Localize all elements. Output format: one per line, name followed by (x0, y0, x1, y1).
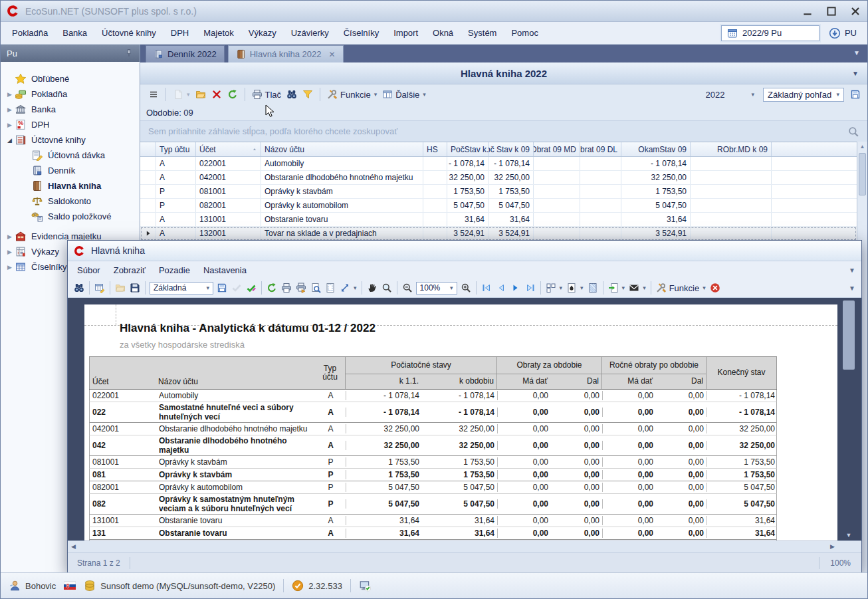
open-record-button[interactable] (193, 87, 209, 102)
preview-hand-tool-button[interactable] (365, 281, 380, 295)
menu-uzavierky[interactable]: Uzávierky (284, 23, 336, 43)
table-row[interactable]: A132001Tovar na sklade a v predajniach3 … (140, 227, 857, 241)
pin-icon[interactable] (124, 49, 134, 58)
search-button[interactable] (284, 87, 300, 102)
scroll-left-icon[interactable]: ◀ (71, 543, 76, 550)
preview-apply-gray-button[interactable] (229, 281, 244, 295)
pu-button[interactable]: PU (829, 27, 857, 39)
column-header-obrat_md[interactable]: Obrat 09 MD (534, 142, 580, 156)
sidebar-item-saldo-polozkove[interactable]: Saldo položkové (1, 209, 140, 224)
preview-menu-zobrazit[interactable]: Zobraziť (107, 263, 152, 278)
preview-close-button[interactable] (708, 281, 722, 295)
toolbar-overflow-chevron-icon[interactable]: ▼ (849, 285, 855, 292)
scroll-right-icon[interactable]: ▶ (830, 543, 835, 550)
view-combo[interactable]: Základný pohľad ▾ (763, 88, 844, 102)
save-view-icon[interactable] (850, 89, 861, 100)
preview-multipage-button[interactable]: ▾ (544, 281, 565, 295)
maximize-button[interactable] (825, 5, 838, 18)
preview-next-page-button[interactable] (508, 281, 523, 295)
preview-apply-button[interactable] (244, 281, 259, 295)
preview-prev-page-button[interactable] (494, 281, 508, 295)
preview-menu-pozadie[interactable]: Pozadie (152, 263, 197, 278)
table-row[interactable]: P082001Oprávky k automobilom5 047,505 04… (140, 199, 857, 213)
sidebar-item-dennik[interactable]: Denník (1, 163, 140, 178)
scroll-up-icon[interactable]: ▲ (857, 142, 867, 152)
preview-zoom-combo[interactable]: 100%▾ (416, 282, 457, 295)
expand-arrow-icon[interactable]: ▶ (5, 106, 15, 113)
sidebar-item-uctovne-knihy[interactable]: ◢Účtovné knihy (1, 132, 140, 148)
preview-vertical-scrollbar[interactable]: ▼ (841, 298, 856, 540)
sidebar-item-uctovna-davka[interactable]: Účtovná dávka (1, 148, 140, 163)
refresh-button[interactable] (225, 87, 241, 102)
preview-menu-nastavenia[interactable]: Nastavenia (197, 263, 253, 278)
preview-refresh-button[interactable] (265, 281, 279, 295)
column-header-pocstav[interactable]: PočStav k... (447, 142, 488, 156)
preview-watermark-button[interactable] (586, 281, 600, 295)
preview-page-preview-button[interactable] (308, 281, 323, 295)
table-row[interactable]: P081001Oprávky k stavbám1 753,501 753,50… (140, 185, 857, 199)
preview-export-button[interactable]: ▾ (606, 281, 627, 295)
menu-ciselniky[interactable]: Číselníky (336, 23, 386, 43)
expand-arrow-icon[interactable]: ▶ (5, 264, 15, 271)
table-row[interactable]: A042001Obstaranie dlhodobého hnotného ma… (140, 171, 857, 185)
menu-system[interactable]: Systém (461, 23, 504, 43)
expand-arrow-icon[interactable]: ▶ (5, 249, 15, 255)
sidebar-item-pokladna[interactable]: ▶Pokladňa (1, 86, 140, 102)
preview-zoom-in-button[interactable] (459, 281, 473, 295)
scroll-thumb[interactable] (859, 153, 866, 195)
tab-dennik-2022[interactable]: Denník 2022 (146, 45, 225, 62)
preview-first-page-button[interactable] (479, 281, 494, 295)
more-button[interactable]: Ďalšie▾ (380, 87, 429, 102)
menu-vykazy[interactable]: Výkazy (241, 23, 284, 43)
preview-search-button[interactable] (72, 281, 86, 295)
period-selector[interactable]: 2022/9 Pu (721, 25, 819, 41)
preview-quick-print-button[interactable] (294, 281, 308, 295)
menu-majetok[interactable]: Majetok (196, 23, 241, 43)
preview-page-setup-button[interactable] (323, 281, 338, 295)
preview-zoom-out-button[interactable] (400, 281, 415, 295)
column-header-robr[interactable]: RObr.MD k 09 (691, 142, 772, 156)
menu-overflow-chevron-icon[interactable]: ▼ (849, 267, 855, 274)
menu-banka[interactable]: Banka (55, 23, 94, 43)
expand-arrow-icon[interactable]: ◢ (5, 137, 15, 144)
preview-open-button[interactable] (113, 281, 128, 295)
expand-arrow-icon[interactable]: ▶ (5, 122, 15, 128)
menu-import[interactable]: Import (386, 23, 425, 43)
column-header-typ[interactable]: Typ účtu (156, 142, 196, 156)
preview-magnifier-button[interactable] (380, 281, 394, 295)
preview-view-combo[interactable]: Základná▾ (150, 282, 213, 295)
preview-horizontal-scrollbar[interactable]: ◀ ▶ (68, 540, 861, 552)
scroll-thumb[interactable] (843, 300, 855, 370)
column-header-nazov[interactable]: Názov účtu (261, 142, 423, 156)
filter-button[interactable] (300, 87, 316, 102)
menu-uctovne-knihy[interactable]: Účtovné knihy (94, 23, 163, 43)
search-icon[interactable] (847, 126, 859, 138)
column-header-poc09[interactable]: Poč Stav k 09 (488, 142, 534, 156)
delete-record-button[interactable] (209, 87, 225, 102)
tab-close-icon[interactable]: ✕ (328, 50, 335, 59)
column-header-hs[interactable]: HS (423, 142, 447, 156)
functions-button[interactable]: Funkcie▾ (324, 87, 380, 102)
minimize-button[interactable] (801, 5, 814, 18)
menu-okna[interactable]: Okná (425, 23, 461, 43)
sidebar-item-hlavna-kniha[interactable]: Hlavná kniha (1, 178, 140, 193)
panel-menu-button[interactable] (146, 87, 162, 102)
panel-chevron-icon[interactable]: ▼ (852, 70, 859, 77)
table-row[interactable]: A131001Obstaranie tovaru31,6431,6431,64 (140, 213, 857, 227)
preview-save-view-button[interactable] (215, 281, 229, 295)
sidebar-item-saldokonto[interactable]: Saldokonto (1, 193, 140, 209)
column-header-ucet[interactable]: Účet (196, 142, 261, 156)
preview-save-button[interactable] (128, 281, 142, 295)
table-row[interactable]: A022001Automobily- 1 078,14- 1 078,14- 1… (140, 157, 857, 171)
sidebar-item-banka[interactable]: ▶Banka (1, 102, 140, 117)
print-button[interactable]: Tlač (249, 87, 284, 102)
tab-list-chevron-icon[interactable]: ▼ (853, 49, 860, 57)
preview-functions-button[interactable]: Funkcie▾ (654, 281, 708, 295)
expand-arrow-icon[interactable]: ▶ (5, 91, 15, 98)
menu-pomoc[interactable]: Pomoc (504, 23, 545, 43)
preview-customize-button[interactable] (92, 281, 107, 295)
menu-dph[interactable]: DPH (163, 23, 196, 43)
year-combo[interactable]: 2022 ▾ (706, 90, 757, 100)
new-record-button[interactable]: ▾ (170, 87, 193, 102)
menu-pokladna[interactable]: Pokladňa (5, 23, 55, 43)
